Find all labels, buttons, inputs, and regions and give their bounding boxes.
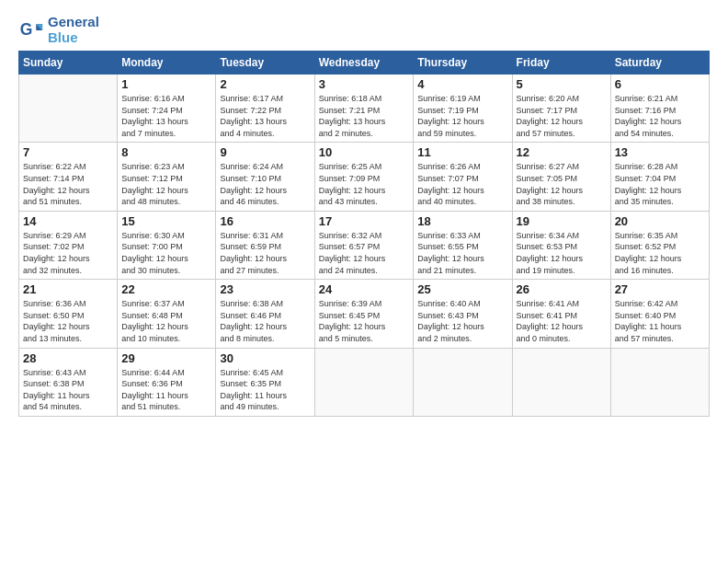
day-info: Sunrise: 6:30 AM Sunset: 7:00 PM Dayligh… — [121, 230, 211, 276]
logo: G General Blue — [18, 15, 99, 45]
day-number: 5 — [517, 77, 607, 91]
day-number: 8 — [121, 145, 211, 159]
day-info: Sunrise: 6:36 AM Sunset: 6:50 PM Dayligh… — [23, 298, 113, 344]
day-number: 15 — [121, 214, 211, 228]
day-cell: 26Sunrise: 6:41 AM Sunset: 6:41 PM Dayli… — [512, 280, 610, 348]
day-info: Sunrise: 6:17 AM Sunset: 7:22 PM Dayligh… — [220, 93, 310, 139]
day-cell: 20Sunrise: 6:35 AM Sunset: 6:52 PM Dayli… — [610, 211, 709, 279]
day-info: Sunrise: 6:35 AM Sunset: 6:52 PM Dayligh… — [615, 230, 705, 276]
day-cell: 27Sunrise: 6:42 AM Sunset: 6:40 PM Dayli… — [610, 280, 709, 348]
day-cell: 3Sunrise: 6:18 AM Sunset: 7:21 PM Daylig… — [314, 75, 414, 143]
weekday-header-friday: Friday — [512, 52, 610, 75]
day-cell: 28Sunrise: 6:43 AM Sunset: 6:38 PM Dayli… — [19, 348, 118, 416]
day-number: 23 — [220, 282, 310, 296]
day-cell: 25Sunrise: 6:40 AM Sunset: 6:43 PM Dayli… — [414, 280, 512, 348]
day-number: 26 — [517, 282, 607, 296]
day-number: 4 — [417, 77, 507, 91]
day-info: Sunrise: 6:31 AM Sunset: 6:59 PM Dayligh… — [220, 230, 310, 276]
day-info: Sunrise: 6:26 AM Sunset: 7:07 PM Dayligh… — [417, 161, 507, 207]
day-info: Sunrise: 6:38 AM Sunset: 6:46 PM Dayligh… — [220, 298, 310, 344]
day-cell — [314, 348, 414, 416]
day-cell: 8Sunrise: 6:23 AM Sunset: 7:12 PM Daylig… — [118, 143, 216, 211]
day-info: Sunrise: 6:40 AM Sunset: 6:43 PM Dayligh… — [417, 298, 507, 344]
day-info: Sunrise: 6:33 AM Sunset: 6:55 PM Dayligh… — [417, 230, 507, 276]
day-info: Sunrise: 6:44 AM Sunset: 6:36 PM Dayligh… — [121, 367, 211, 413]
day-cell — [19, 75, 118, 143]
logo-text: General Blue — [48, 15, 99, 45]
day-info: Sunrise: 6:37 AM Sunset: 6:48 PM Dayligh… — [121, 298, 211, 344]
day-cell: 2Sunrise: 6:17 AM Sunset: 7:22 PM Daylig… — [216, 75, 314, 143]
day-cell: 5Sunrise: 6:20 AM Sunset: 7:17 PM Daylig… — [512, 75, 610, 143]
day-number: 22 — [121, 282, 211, 296]
day-number: 6 — [615, 77, 705, 91]
day-cell — [512, 348, 610, 416]
logo-icon: G — [18, 17, 44, 43]
week-row-3: 14Sunrise: 6:29 AM Sunset: 7:02 PM Dayli… — [19, 211, 710, 279]
calendar: SundayMondayTuesdayWednesdayThursdayFrid… — [18, 51, 710, 417]
day-info: Sunrise: 6:19 AM Sunset: 7:19 PM Dayligh… — [417, 93, 507, 139]
day-number: 16 — [220, 214, 310, 228]
weekday-header-thursday: Thursday — [414, 52, 512, 75]
day-info: Sunrise: 6:42 AM Sunset: 6:40 PM Dayligh… — [615, 298, 705, 344]
day-number: 18 — [417, 214, 507, 228]
day-info: Sunrise: 6:28 AM Sunset: 7:04 PM Dayligh… — [615, 161, 705, 207]
weekday-header-saturday: Saturday — [610, 52, 709, 75]
week-row-1: 1Sunrise: 6:16 AM Sunset: 7:24 PM Daylig… — [19, 75, 710, 143]
day-cell: 9Sunrise: 6:24 AM Sunset: 7:10 PM Daylig… — [216, 143, 314, 211]
day-number: 28 — [23, 351, 113, 365]
day-number: 19 — [517, 214, 607, 228]
day-number: 14 — [23, 214, 113, 228]
weekday-header-tuesday: Tuesday — [216, 52, 314, 75]
day-number: 20 — [615, 214, 705, 228]
day-info: Sunrise: 6:43 AM Sunset: 6:38 PM Dayligh… — [23, 367, 113, 413]
day-number: 13 — [615, 145, 705, 159]
day-info: Sunrise: 6:29 AM Sunset: 7:02 PM Dayligh… — [23, 230, 113, 276]
day-info: Sunrise: 6:34 AM Sunset: 6:53 PM Dayligh… — [517, 230, 607, 276]
day-cell — [414, 348, 512, 416]
weekday-header-monday: Monday — [118, 52, 216, 75]
day-cell: 13Sunrise: 6:28 AM Sunset: 7:04 PM Dayli… — [610, 143, 709, 211]
day-cell: 30Sunrise: 6:45 AM Sunset: 6:35 PM Dayli… — [216, 348, 314, 416]
weekday-header-sunday: Sunday — [19, 52, 118, 75]
day-number: 1 — [121, 77, 211, 91]
day-info: Sunrise: 6:39 AM Sunset: 6:45 PM Dayligh… — [319, 298, 410, 344]
day-number: 2 — [220, 77, 310, 91]
header: G General Blue — [18, 15, 710, 45]
day-cell: 7Sunrise: 6:22 AM Sunset: 7:14 PM Daylig… — [19, 143, 118, 211]
day-cell: 12Sunrise: 6:27 AM Sunset: 7:05 PM Dayli… — [512, 143, 610, 211]
weekday-header-row: SundayMondayTuesdayWednesdayThursdayFrid… — [19, 52, 710, 75]
day-number: 29 — [121, 351, 211, 365]
day-cell: 4Sunrise: 6:19 AM Sunset: 7:19 PM Daylig… — [414, 75, 512, 143]
day-info: Sunrise: 6:23 AM Sunset: 7:12 PM Dayligh… — [121, 161, 211, 207]
day-info: Sunrise: 6:22 AM Sunset: 7:14 PM Dayligh… — [23, 161, 113, 207]
day-number: 10 — [319, 145, 410, 159]
day-number: 24 — [319, 282, 410, 296]
day-cell: 16Sunrise: 6:31 AM Sunset: 6:59 PM Dayli… — [216, 211, 314, 279]
day-cell: 15Sunrise: 6:30 AM Sunset: 7:00 PM Dayli… — [118, 211, 216, 279]
day-info: Sunrise: 6:45 AM Sunset: 6:35 PM Dayligh… — [220, 367, 310, 413]
svg-text:G: G — [20, 20, 33, 39]
day-info: Sunrise: 6:18 AM Sunset: 7:21 PM Dayligh… — [319, 93, 410, 139]
day-number: 12 — [517, 145, 607, 159]
day-info: Sunrise: 6:27 AM Sunset: 7:05 PM Dayligh… — [517, 161, 607, 207]
day-cell: 29Sunrise: 6:44 AM Sunset: 6:36 PM Dayli… — [118, 348, 216, 416]
day-cell: 17Sunrise: 6:32 AM Sunset: 6:57 PM Dayli… — [314, 211, 414, 279]
day-cell: 23Sunrise: 6:38 AM Sunset: 6:46 PM Dayli… — [216, 280, 314, 348]
day-number: 30 — [220, 351, 310, 365]
day-cell: 11Sunrise: 6:26 AM Sunset: 7:07 PM Dayli… — [414, 143, 512, 211]
day-cell: 18Sunrise: 6:33 AM Sunset: 6:55 PM Dayli… — [414, 211, 512, 279]
day-info: Sunrise: 6:32 AM Sunset: 6:57 PM Dayligh… — [319, 230, 410, 276]
day-info: Sunrise: 6:21 AM Sunset: 7:16 PM Dayligh… — [615, 93, 705, 139]
day-cell: 1Sunrise: 6:16 AM Sunset: 7:24 PM Daylig… — [118, 75, 216, 143]
day-cell: 6Sunrise: 6:21 AM Sunset: 7:16 PM Daylig… — [610, 75, 709, 143]
day-info: Sunrise: 6:20 AM Sunset: 7:17 PM Dayligh… — [517, 93, 607, 139]
week-row-5: 28Sunrise: 6:43 AM Sunset: 6:38 PM Dayli… — [19, 348, 710, 416]
weekday-header-wednesday: Wednesday — [314, 52, 414, 75]
day-info: Sunrise: 6:24 AM Sunset: 7:10 PM Dayligh… — [220, 161, 310, 207]
week-row-4: 21Sunrise: 6:36 AM Sunset: 6:50 PM Dayli… — [19, 280, 710, 348]
day-number: 3 — [319, 77, 410, 91]
week-row-2: 7Sunrise: 6:22 AM Sunset: 7:14 PM Daylig… — [19, 143, 710, 211]
day-cell: 19Sunrise: 6:34 AM Sunset: 6:53 PM Dayli… — [512, 211, 610, 279]
day-cell: 24Sunrise: 6:39 AM Sunset: 6:45 PM Dayli… — [314, 280, 414, 348]
day-number: 11 — [417, 145, 507, 159]
